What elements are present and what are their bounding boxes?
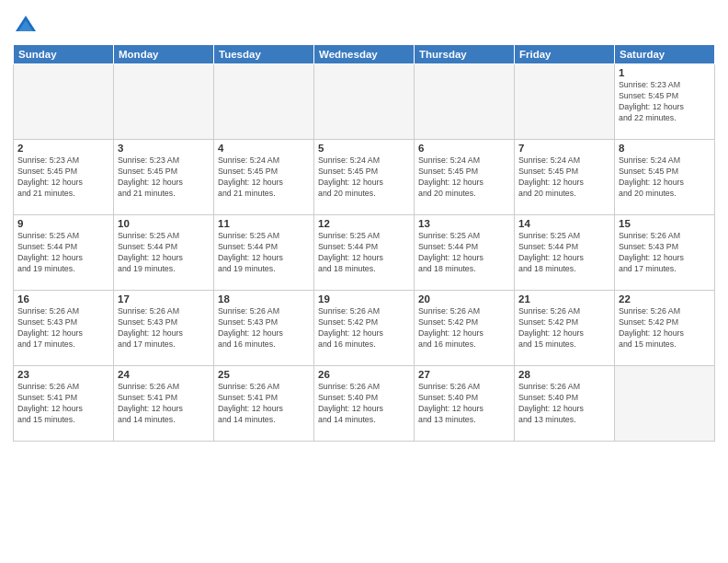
calendar-cell: 21Sunrise: 5:26 AM Sunset: 5:42 PM Dayli…	[515, 291, 615, 366]
calendar-cell: 5Sunrise: 5:24 AM Sunset: 5:45 PM Daylig…	[314, 140, 415, 215]
day-number: 15	[619, 218, 711, 229]
day-number: 25	[218, 369, 310, 380]
calendar-cell: 3Sunrise: 5:23 AM Sunset: 5:45 PM Daylig…	[114, 140, 214, 215]
calendar-cell	[314, 64, 415, 140]
calendar-cell: 19Sunrise: 5:26 AM Sunset: 5:42 PM Dayli…	[314, 291, 415, 366]
calendar-header-friday: Friday	[515, 45, 615, 64]
logo-icon	[13, 13, 39, 39]
day-info: Sunrise: 5:24 AM Sunset: 5:45 PM Dayligh…	[218, 155, 310, 200]
day-info: Sunrise: 5:26 AM Sunset: 5:41 PM Dayligh…	[118, 382, 210, 426]
calendar-week-1: 2Sunrise: 5:23 AM Sunset: 5:45 PM Daylig…	[14, 140, 715, 215]
calendar-cell: 14Sunrise: 5:25 AM Sunset: 5:44 PM Dayli…	[515, 215, 615, 291]
calendar-week-3: 16Sunrise: 5:26 AM Sunset: 5:43 PM Dayli…	[14, 291, 715, 366]
day-number: 19	[318, 293, 410, 304]
day-number: 10	[118, 218, 210, 229]
day-number: 2	[17, 143, 109, 154]
calendar-header-monday: Monday	[114, 45, 214, 64]
day-number: 23	[17, 369, 109, 380]
day-info: Sunrise: 5:26 AM Sunset: 5:43 PM Dayligh…	[118, 306, 210, 350]
day-number: 5	[318, 143, 410, 154]
calendar-week-0: 1Sunrise: 5:23 AM Sunset: 5:45 PM Daylig…	[14, 64, 715, 140]
calendar-cell: 1Sunrise: 5:23 AM Sunset: 5:45 PM Daylig…	[615, 64, 715, 140]
day-info: Sunrise: 5:26 AM Sunset: 5:40 PM Dayligh…	[318, 382, 410, 426]
day-info: Sunrise: 5:24 AM Sunset: 5:45 PM Dayligh…	[619, 155, 711, 200]
day-number: 26	[318, 369, 410, 380]
calendar-cell: 2Sunrise: 5:23 AM Sunset: 5:45 PM Daylig…	[14, 140, 114, 215]
calendar-cell	[515, 64, 615, 140]
calendar-week-2: 9Sunrise: 5:25 AM Sunset: 5:44 PM Daylig…	[14, 215, 715, 291]
day-info: Sunrise: 5:26 AM Sunset: 5:42 PM Dayligh…	[418, 306, 510, 350]
header	[13, 9, 715, 39]
day-number: 3	[118, 143, 210, 154]
day-number: 12	[318, 218, 410, 229]
calendar-cell	[615, 366, 715, 442]
day-info: Sunrise: 5:24 AM Sunset: 5:45 PM Dayligh…	[518, 155, 610, 200]
day-info: Sunrise: 5:23 AM Sunset: 5:45 PM Dayligh…	[118, 155, 210, 200]
calendar-cell: 7Sunrise: 5:24 AM Sunset: 5:45 PM Daylig…	[515, 140, 615, 215]
day-info: Sunrise: 5:26 AM Sunset: 5:43 PM Dayligh…	[218, 306, 310, 350]
day-number: 13	[418, 218, 510, 229]
day-info: Sunrise: 5:23 AM Sunset: 5:45 PM Dayligh…	[17, 155, 109, 200]
day-number: 18	[218, 293, 310, 304]
day-info: Sunrise: 5:25 AM Sunset: 5:44 PM Dayligh…	[318, 231, 410, 275]
calendar-cell: 28Sunrise: 5:26 AM Sunset: 5:40 PM Dayli…	[515, 366, 615, 442]
day-info: Sunrise: 5:26 AM Sunset: 5:42 PM Dayligh…	[318, 306, 410, 350]
calendar-cell: 6Sunrise: 5:24 AM Sunset: 5:45 PM Daylig…	[415, 140, 515, 215]
day-number: 6	[418, 143, 510, 154]
day-number: 4	[218, 143, 310, 154]
page: SundayMondayTuesdayWednesdayThursdayFrid…	[0, 0, 728, 563]
calendar-cell	[14, 64, 114, 140]
calendar-header-thursday: Thursday	[415, 45, 515, 64]
calendar-cell: 12Sunrise: 5:25 AM Sunset: 5:44 PM Dayli…	[314, 215, 415, 291]
calendar-header-row: SundayMondayTuesdayWednesdayThursdayFrid…	[14, 45, 715, 64]
calendar-cell: 8Sunrise: 5:24 AM Sunset: 5:45 PM Daylig…	[615, 140, 715, 215]
calendar-cell: 4Sunrise: 5:24 AM Sunset: 5:45 PM Daylig…	[214, 140, 314, 215]
day-info: Sunrise: 5:25 AM Sunset: 5:44 PM Dayligh…	[218, 231, 310, 275]
calendar-cell: 20Sunrise: 5:26 AM Sunset: 5:42 PM Dayli…	[415, 291, 515, 366]
calendar-cell	[214, 64, 314, 140]
day-info: Sunrise: 5:26 AM Sunset: 5:41 PM Dayligh…	[17, 382, 109, 426]
day-number: 27	[418, 369, 510, 380]
day-number: 16	[17, 293, 109, 304]
day-info: Sunrise: 5:24 AM Sunset: 5:45 PM Dayligh…	[318, 155, 410, 200]
day-number: 28	[518, 369, 610, 380]
calendar-cell: 24Sunrise: 5:26 AM Sunset: 5:41 PM Dayli…	[114, 366, 214, 442]
calendar-cell: 17Sunrise: 5:26 AM Sunset: 5:43 PM Dayli…	[114, 291, 214, 366]
day-info: Sunrise: 5:25 AM Sunset: 5:44 PM Dayligh…	[118, 231, 210, 275]
day-info: Sunrise: 5:26 AM Sunset: 5:43 PM Dayligh…	[17, 306, 109, 350]
day-info: Sunrise: 5:26 AM Sunset: 5:40 PM Dayligh…	[518, 382, 610, 426]
calendar-cell: 25Sunrise: 5:26 AM Sunset: 5:41 PM Dayli…	[214, 366, 314, 442]
day-info: Sunrise: 5:23 AM Sunset: 5:45 PM Dayligh…	[619, 80, 711, 124]
day-info: Sunrise: 5:26 AM Sunset: 5:40 PM Dayligh…	[418, 382, 510, 426]
calendar-cell: 18Sunrise: 5:26 AM Sunset: 5:43 PM Dayli…	[214, 291, 314, 366]
calendar-header-tuesday: Tuesday	[214, 45, 314, 64]
day-info: Sunrise: 5:25 AM Sunset: 5:44 PM Dayligh…	[518, 231, 610, 275]
calendar-cell: 23Sunrise: 5:26 AM Sunset: 5:41 PM Dayli…	[14, 366, 114, 442]
day-number: 14	[518, 218, 610, 229]
day-number: 17	[118, 293, 210, 304]
calendar-cell	[114, 64, 214, 140]
day-info: Sunrise: 5:25 AM Sunset: 5:44 PM Dayligh…	[17, 231, 109, 275]
calendar-header-wednesday: Wednesday	[314, 45, 415, 64]
calendar-cell: 11Sunrise: 5:25 AM Sunset: 5:44 PM Dayli…	[214, 215, 314, 291]
calendar-cell: 27Sunrise: 5:26 AM Sunset: 5:40 PM Dayli…	[415, 366, 515, 442]
day-info: Sunrise: 5:26 AM Sunset: 5:43 PM Dayligh…	[619, 231, 711, 275]
day-number: 21	[518, 293, 610, 304]
calendar-cell: 15Sunrise: 5:26 AM Sunset: 5:43 PM Dayli…	[615, 215, 715, 291]
day-number: 20	[418, 293, 510, 304]
calendar-cell: 26Sunrise: 5:26 AM Sunset: 5:40 PM Dayli…	[314, 366, 415, 442]
day-number: 1	[619, 67, 711, 78]
calendar-table: SundayMondayTuesdayWednesdayThursdayFrid…	[13, 44, 715, 442]
calendar-header-saturday: Saturday	[615, 45, 715, 64]
day-info: Sunrise: 5:26 AM Sunset: 5:42 PM Dayligh…	[619, 306, 711, 350]
day-number: 11	[218, 218, 310, 229]
calendar-cell: 9Sunrise: 5:25 AM Sunset: 5:44 PM Daylig…	[14, 215, 114, 291]
calendar-week-4: 23Sunrise: 5:26 AM Sunset: 5:41 PM Dayli…	[14, 366, 715, 442]
day-number: 24	[118, 369, 210, 380]
calendar-cell: 10Sunrise: 5:25 AM Sunset: 5:44 PM Dayli…	[114, 215, 214, 291]
day-number: 7	[518, 143, 610, 154]
calendar-cell: 13Sunrise: 5:25 AM Sunset: 5:44 PM Dayli…	[415, 215, 515, 291]
calendar-header-sunday: Sunday	[14, 45, 114, 64]
day-number: 8	[619, 143, 711, 154]
logo	[13, 13, 42, 39]
